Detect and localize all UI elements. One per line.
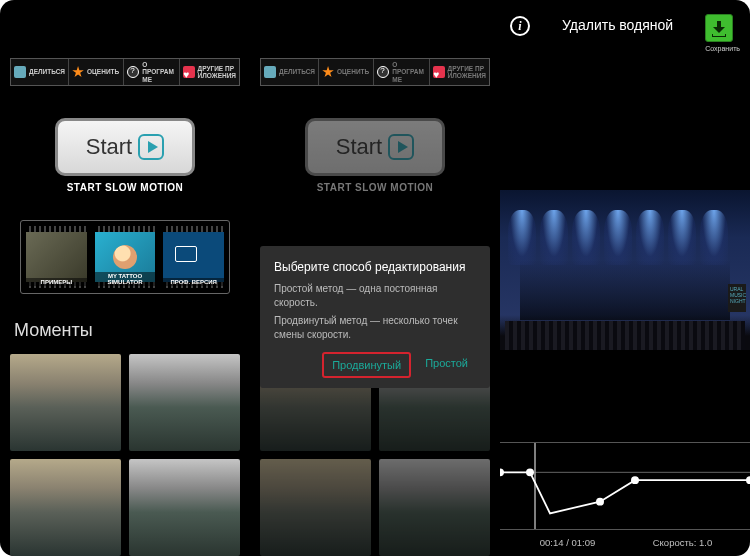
other-apps-button[interactable]: ДРУГИЕ ПР ИЛОЖЕНИЯ [180, 59, 239, 85]
panel-editor: i Удалить водяной Сохранить URAL MUSIC N… [500, 0, 750, 556]
about-button: О ПРОГРАМ МЕ [374, 59, 429, 85]
cart-icon [175, 246, 197, 262]
svg-point-4 [596, 498, 604, 506]
moment-thumb [260, 459, 371, 556]
play-icon [138, 134, 164, 160]
top-toolbar: Делиться Оценить О ПРОГРАМ МЕ ДРУГИЕ ПР … [260, 58, 490, 86]
dialog-text-line1: Простой метод — одна постоянная скорость… [274, 282, 476, 310]
moment-thumb[interactable] [10, 354, 121, 451]
moment-thumb[interactable] [129, 354, 240, 451]
start-area: Start START SLOW MOTION [55, 118, 195, 193]
stage-sign: URAL MUSIC NIGHT [728, 284, 746, 312]
start-label: Start [86, 134, 132, 160]
start-button: Start [305, 118, 445, 176]
svg-point-3 [526, 468, 534, 476]
card-examples[interactable]: ПРИМЕРЫ [26, 226, 87, 288]
download-icon [712, 21, 726, 35]
moment-thumb[interactable] [129, 459, 240, 556]
speed-graph[interactable] [500, 442, 750, 530]
heart-icon [183, 66, 195, 78]
video-preview[interactable]: URAL MUSIC NIGHT [500, 190, 750, 350]
panel-home: Делиться Оценить О ПРОГРАМ МЕ ДРУГИЕ ПР … [0, 0, 250, 556]
rate-button[interactable]: Оценить [69, 59, 124, 85]
save-button[interactable] [705, 14, 733, 42]
dialog-title: Выберите способ редактирования [274, 260, 476, 274]
start-caption: START SLOW MOTION [55, 182, 195, 193]
dialog-text-line2: Продвинутый метод — несколько точек смен… [274, 314, 476, 342]
moments-heading: Моменты [14, 320, 93, 341]
share-icon [14, 66, 26, 78]
other-apps-button: ДРУГИЕ ПР ИЛОЖЕНИЯ [430, 59, 489, 85]
advanced-button[interactable]: Продвинутый [322, 352, 411, 378]
rate-button: Оценить [319, 59, 374, 85]
time-display: 00:14 / 01:09 [510, 537, 625, 548]
svg-point-6 [746, 476, 750, 484]
panel-dialog: Делиться Оценить О ПРОГРАМ МЕ ДРУГИЕ ПР … [250, 0, 500, 556]
moments-grid [10, 354, 240, 556]
remove-watermark-button[interactable]: Удалить водяной [530, 10, 705, 34]
share-button[interactable]: Делиться [11, 59, 69, 85]
about-button[interactable]: О ПРОГРАМ МЕ [124, 59, 179, 85]
editor-status: 00:14 / 01:09 Скорость: 1.0 [500, 537, 750, 548]
edit-mode-dialog: Выберите способ редактирования Простой м… [260, 246, 490, 388]
svg-point-2 [500, 468, 504, 476]
simple-button[interactable]: Простой [417, 352, 476, 378]
play-icon [388, 134, 414, 160]
promo-cards: ПРИМЕРЫ MY TATTOO SIMULATOR ПРОФ. ВЕРСИЯ [20, 220, 230, 294]
moment-thumb[interactable] [10, 459, 121, 556]
card-pro[interactable]: ПРОФ. ВЕРСИЯ [163, 226, 224, 288]
share-button: Делиться [261, 59, 319, 85]
speed-display: Скорость: 1.0 [625, 537, 740, 548]
info-icon[interactable]: i [510, 16, 530, 36]
about-icon [127, 66, 139, 78]
save-label: Сохранить [705, 45, 740, 52]
card-tattoo[interactable]: MY TATTOO SIMULATOR [95, 226, 156, 288]
start-button[interactable]: Start [55, 118, 195, 176]
svg-point-5 [631, 476, 639, 484]
top-toolbar: Делиться Оценить О ПРОГРАМ МЕ ДРУГИЕ ПР … [10, 58, 240, 86]
moment-thumb [379, 459, 490, 556]
star-icon [72, 66, 84, 78]
